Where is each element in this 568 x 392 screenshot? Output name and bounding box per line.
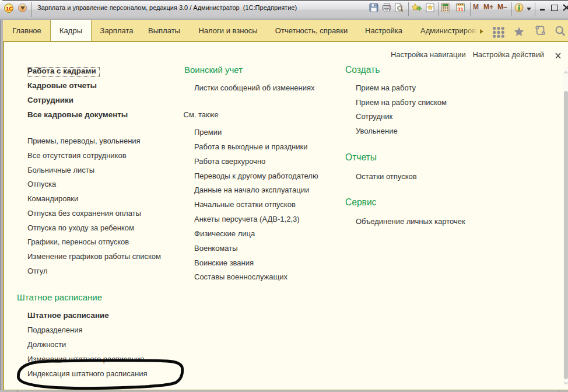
svg-text:31: 31 [457, 6, 464, 12]
